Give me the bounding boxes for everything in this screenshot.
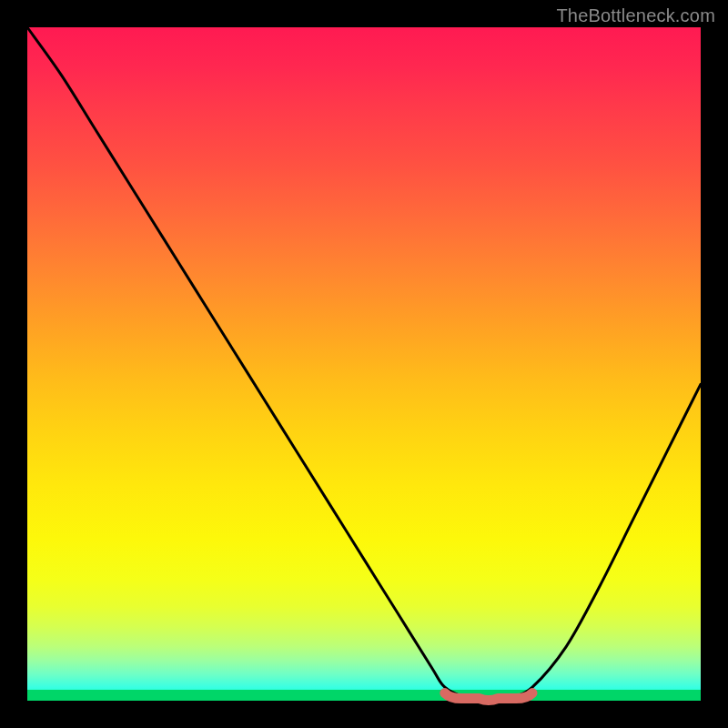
chart-container: TheBottleneck.com [0,0,728,728]
watermark-label: TheBottleneck.com [556,5,715,26]
plot-area [27,27,701,701]
optimal-marker [27,27,701,701]
